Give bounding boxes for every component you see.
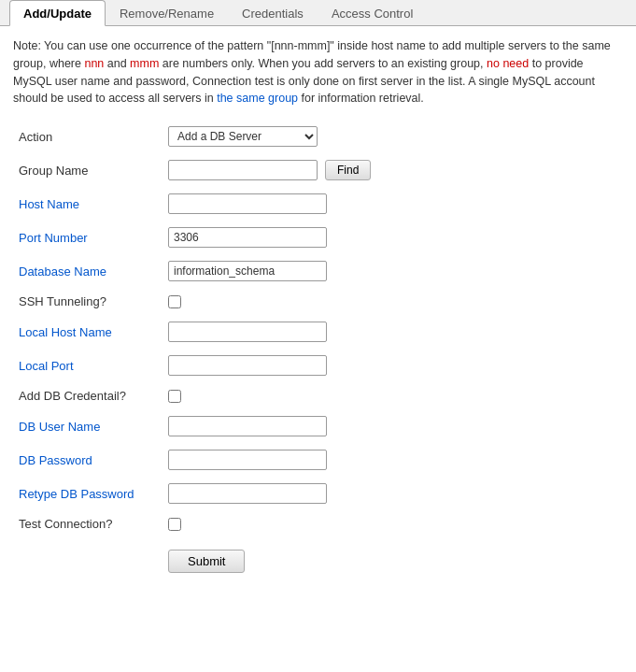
form-area: Action Add a DB Server Update a DB Serve… — [0, 117, 636, 592]
add-db-credential-label: Add DB Credentail? — [19, 389, 168, 403]
database-name-label: Database Name — [19, 265, 168, 279]
local-host-name-input[interactable] — [168, 322, 327, 342]
group-name-label: Group Name — [19, 164, 168, 178]
db-user-name-row: DB User Name — [19, 416, 617, 436]
database-name-input[interactable] — [168, 261, 327, 281]
port-number-row: Port Number — [19, 227, 617, 248]
action-select-wrapper: Add a DB Server Update a DB Server — [168, 126, 318, 147]
db-user-name-label: DB User Name — [19, 420, 168, 434]
ssh-tunneling-row: SSH Tunneling? — [19, 294, 617, 308]
local-port-input[interactable] — [168, 355, 327, 376]
ssh-tunneling-label: SSH Tunneling? — [19, 294, 168, 308]
find-button[interactable]: Find — [325, 160, 371, 180]
tab-add-update[interactable]: Add/Update — [9, 0, 106, 26]
retype-db-password-row: Retype DB Password — [19, 483, 617, 504]
note-box: Note: You can use one occurrence of the … — [13, 37, 623, 107]
add-db-credential-row: Add DB Credentail? — [19, 389, 617, 403]
retype-db-password-label: Retype DB Password — [19, 487, 168, 501]
tab-credentials[interactable]: Credentials — [228, 0, 318, 26]
group-name-input[interactable] — [168, 160, 318, 180]
port-number-input[interactable] — [168, 227, 327, 248]
note-red3: no need — [487, 57, 529, 70]
tab-remove-rename[interactable]: Remove/Rename — [106, 0, 228, 26]
local-port-label: Local Port — [19, 359, 168, 373]
note-blue1: the same group — [217, 92, 298, 105]
local-host-name-row: Local Host Name — [19, 322, 617, 342]
test-connection-row: Test Connection? — [19, 517, 617, 531]
port-number-label: Port Number — [19, 231, 168, 245]
note-red1: nnn — [84, 57, 104, 70]
note-mid1: and — [104, 57, 130, 70]
tab-bar: Add/Update Remove/Rename Credentials Acc… — [0, 0, 636, 26]
action-select[interactable]: Add a DB Server Update a DB Server — [168, 126, 318, 147]
note-end: for information retrieval. — [298, 92, 424, 105]
database-name-row: Database Name — [19, 261, 617, 281]
ssh-tunneling-checkbox[interactable] — [168, 295, 181, 308]
test-connection-label: Test Connection? — [19, 517, 168, 531]
db-user-name-input[interactable] — [168, 416, 327, 436]
submit-button[interactable]: Submit — [168, 550, 245, 573]
retype-db-password-input[interactable] — [168, 483, 327, 504]
tab-access-control[interactable]: Access Control — [318, 0, 427, 26]
local-host-name-label: Local Host Name — [19, 325, 168, 339]
db-password-label: DB Password — [19, 453, 168, 467]
note-mid2: are numbers only. When you add servers t… — [159, 57, 487, 70]
test-connection-checkbox[interactable] — [168, 518, 181, 531]
db-password-input[interactable] — [168, 450, 327, 470]
host-name-row: Host Name — [19, 193, 617, 214]
submit-row: Submit — [19, 550, 617, 573]
group-name-row: Group Name Find — [19, 160, 617, 180]
db-password-row: DB Password — [19, 450, 617, 470]
add-db-credential-checkbox[interactable] — [168, 390, 181, 403]
action-label: Action — [19, 130, 168, 144]
action-row: Action Add a DB Server Update a DB Serve… — [19, 126, 617, 147]
host-name-label: Host Name — [19, 197, 168, 211]
note-red2: mmm — [130, 57, 159, 70]
host-name-input[interactable] — [168, 193, 327, 214]
local-port-row: Local Port — [19, 355, 617, 376]
